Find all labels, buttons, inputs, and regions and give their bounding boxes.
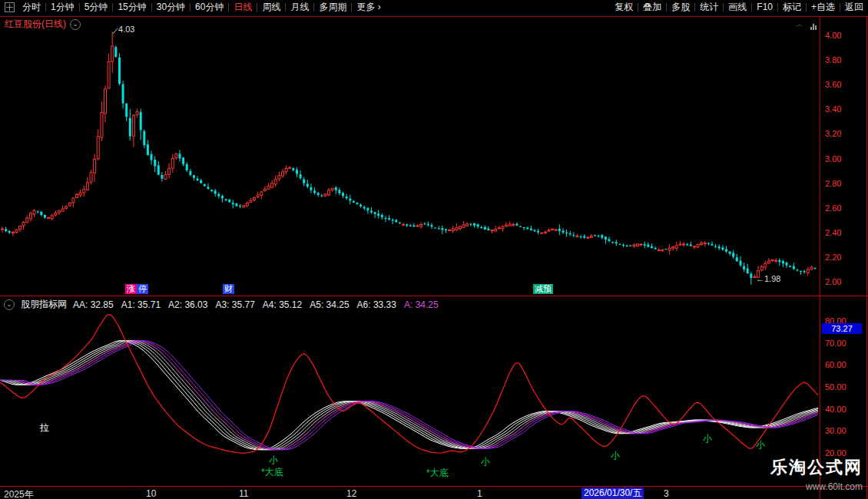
indicator-axis-label: 30.00 bbox=[825, 426, 863, 435]
indicator-value: A: 34.25 bbox=[404, 299, 439, 310]
indicator-value: A5: 34.25 bbox=[310, 299, 349, 310]
menu-item-tool-6[interactable]: F10 bbox=[752, 0, 777, 15]
menu-item-period-2[interactable]: 1分钟 bbox=[46, 0, 79, 15]
menu-item-period-1[interactable]: 分时 bbox=[18, 0, 45, 15]
indicator-axis-label: 60.00 bbox=[825, 360, 863, 369]
time-axis-label: 12 bbox=[346, 488, 356, 499]
menu-item-period-10[interactable]: 多周期 bbox=[314, 0, 351, 15]
watermark-url: www.60lt.com bbox=[770, 481, 863, 492]
menu-item-tool-4[interactable]: 统计 bbox=[695, 0, 723, 15]
indicator-annotation: 小 bbox=[703, 432, 712, 445]
indicator-axis-label: 40.00 bbox=[825, 405, 863, 414]
menubar-left: 分时1分钟5分钟15分钟30分钟60分钟日线周线月线多周期更多 › bbox=[0, 0, 386, 15]
menu-item-tool-3[interactable]: 多股 bbox=[667, 0, 694, 15]
indicator-collapse-icon[interactable]: ⌄ bbox=[4, 299, 15, 310]
menubar-right: 复权叠加多股统计画线F10标记+自选返回 bbox=[610, 0, 868, 15]
price-axis-label: 2.80 bbox=[825, 179, 863, 188]
indicator-annotation: 小 bbox=[481, 455, 490, 468]
indicator-value: A1: 35.71 bbox=[121, 299, 161, 310]
time-axis-label: 11 bbox=[239, 488, 248, 499]
top-menubar: 分时1分钟5分钟15分钟30分钟60分钟日线周线月线多周期更多 › 复权叠加多股… bbox=[0, 0, 868, 15]
price-axis-label: 2.60 bbox=[825, 203, 863, 213]
price-axis-label: 2.20 bbox=[825, 253, 863, 262]
indicator-annotation: *大底 bbox=[261, 466, 283, 479]
price-axis-label: 3.00 bbox=[825, 154, 863, 164]
time-axis-label: 2025年 bbox=[4, 488, 34, 499]
trading-terminal-window: 分时1分钟5分钟15分钟30分钟60分钟日线周线月线多周期更多 › 复权叠加多股… bbox=[0, 0, 868, 499]
indicator-name: 股朋指标网 bbox=[21, 298, 67, 311]
indicator-header: ⌄ 股朋指标网 AA: 32.85A1: 35.71A2: 36.03A3: 3… bbox=[4, 298, 446, 311]
indicator-value: A6: 33.33 bbox=[357, 299, 396, 310]
price-axis-label: 3.80 bbox=[825, 55, 863, 64]
price-axis-label: 3.40 bbox=[825, 104, 863, 114]
low-price-label: ←1.98 bbox=[756, 274, 780, 283]
indicator-annotation: 拉 bbox=[40, 421, 49, 435]
chart-title-row: 红豆股份(日线) ⌄ bbox=[5, 18, 81, 31]
date-cursor-badge: 2026/01/30/五 bbox=[581, 487, 644, 499]
price-axis-label: 3.60 bbox=[825, 80, 863, 89]
time-axis-label: 10 bbox=[146, 488, 156, 499]
indicator-axis-label: 70.00 bbox=[825, 339, 863, 348]
menu-item-period-4[interactable]: 15分钟 bbox=[113, 0, 151, 15]
indicator-annotation: 小 bbox=[756, 438, 765, 451]
price-axis-label: 2.40 bbox=[825, 228, 863, 237]
menu-item-period-3[interactable]: 5分钟 bbox=[80, 0, 113, 15]
chart-style-icon[interactable] bbox=[810, 22, 817, 30]
time-axis-label: 1 bbox=[477, 488, 482, 499]
stock-dropdown-icon[interactable]: ⌄ bbox=[70, 19, 81, 30]
price-axis-label: 4.00 bbox=[825, 31, 863, 40]
price-axis-label: 3.20 bbox=[825, 129, 863, 138]
chart-canvas[interactable] bbox=[0, 0, 868, 499]
event-badge[interactable]: 财 bbox=[223, 284, 234, 294]
event-badge[interactable]: 涨 bbox=[125, 284, 137, 294]
menu-item-tool-9[interactable]: 返回 bbox=[840, 0, 868, 15]
indicator-value: A3: 35.77 bbox=[215, 299, 254, 310]
menu-item-period-11[interactable]: 更多 › bbox=[352, 0, 385, 15]
watermark: 乐淘公式网 www.60lt.com bbox=[770, 456, 863, 492]
indicator-value: AA: 32.85 bbox=[73, 299, 114, 310]
price-axis-label: 2.00 bbox=[825, 277, 863, 286]
indicator-value: A2: 36.03 bbox=[168, 299, 207, 310]
time-axis-label: 3 bbox=[664, 488, 669, 499]
menu-item-tool-7[interactable]: 标记 bbox=[778, 0, 806, 15]
menu-item-period-9[interactable]: 月线 bbox=[286, 0, 313, 15]
menu-item-period-8[interactable]: 周线 bbox=[257, 0, 285, 15]
event-badge[interactable]: 停 bbox=[137, 284, 148, 294]
chart-title: 红豆股份(日线) bbox=[5, 18, 66, 31]
indicator-annotation: *大底 bbox=[426, 467, 449, 480]
indicator-annotation: 小 bbox=[269, 454, 278, 467]
menu-item-tool-2[interactable]: 叠加 bbox=[638, 0, 666, 15]
menu-item-period-5[interactable]: 30分钟 bbox=[152, 0, 190, 15]
collapse-panel-icon[interactable]: ︿ bbox=[796, 19, 803, 30]
peak-price-label: 4.03 bbox=[118, 25, 134, 34]
menu-item-period-6[interactable]: 60分钟 bbox=[190, 0, 228, 15]
menu-item-period-7[interactable]: 日线 bbox=[229, 0, 257, 15]
indicator-annotation: 小 bbox=[611, 449, 620, 462]
chart-corner-tools: ︿ bbox=[796, 19, 817, 30]
indicator-value: A4: 35.12 bbox=[263, 299, 302, 310]
menu-item-tool-8[interactable]: +自选 bbox=[807, 0, 840, 15]
app-grid-icon[interactable] bbox=[5, 2, 15, 12]
watermark-title: 乐淘公式网 bbox=[770, 456, 863, 479]
indicator-values: AA: 32.85A1: 35.71A2: 36.03A3: 35.77A4: … bbox=[73, 299, 446, 310]
event-badge[interactable]: 减预 bbox=[533, 284, 553, 294]
indicator-axis-label: 50.00 bbox=[825, 382, 863, 392]
indicator-current-value-badge: 73.27 bbox=[822, 323, 862, 334]
menu-item-tool-5[interactable]: 画线 bbox=[724, 0, 751, 15]
menu-item-tool-1[interactable]: 复权 bbox=[610, 0, 638, 15]
